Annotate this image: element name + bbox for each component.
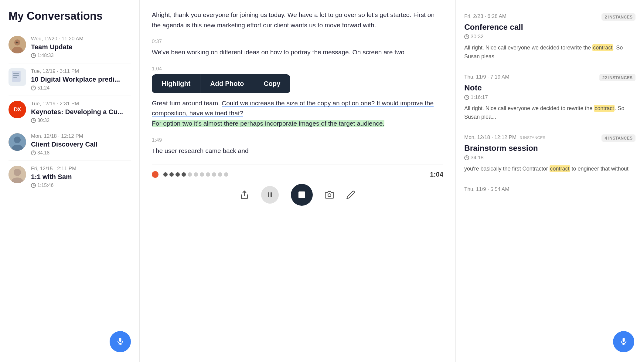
clock-icon bbox=[31, 183, 36, 188]
clock-icon bbox=[464, 155, 469, 160]
right-panel: Fri, 2/23 · 6:28 AM 2 INSTANCES Conferen… bbox=[456, 0, 644, 362]
svg-rect-8 bbox=[13, 77, 17, 77]
progress-time: 1:04 bbox=[430, 171, 443, 178]
result-snippet: All right. Nice call everyone we decided… bbox=[464, 43, 635, 61]
result-date: Mon, 12/18 · 12:12 PM 3 INSTANCES bbox=[464, 134, 545, 140]
search-result-item[interactable]: Thu, 11/9 · 5:54 AM bbox=[464, 180, 635, 201]
clock-icon bbox=[31, 53, 36, 58]
conversation-item[interactable]: DX Tue, 12/19 · 2:31 PM Keynotes: Develo… bbox=[9, 96, 131, 128]
instances-badge: 4 INSTANCES bbox=[601, 134, 635, 142]
result-date: Thu, 11/9 · 5:54 AM bbox=[464, 186, 509, 192]
svg-rect-6 bbox=[13, 73, 19, 74]
add-photo-button[interactable]: Add Photo bbox=[200, 74, 254, 93]
copy-button[interactable]: Copy bbox=[254, 74, 290, 93]
share-button[interactable] bbox=[240, 190, 249, 199]
stop-button[interactable] bbox=[291, 184, 313, 206]
progress-dot bbox=[169, 172, 174, 177]
edit-button[interactable] bbox=[346, 190, 355, 199]
conversation-item[interactable]: Mon, 12/18 · 12:12 PM Client Discovery C… bbox=[9, 128, 131, 161]
small-instances: 3 INSTANCES bbox=[520, 135, 545, 140]
keyword-highlight: contract bbox=[592, 44, 613, 51]
progress-dot bbox=[212, 172, 216, 177]
svg-point-13 bbox=[14, 169, 21, 176]
timestamp: 1:04 bbox=[152, 66, 443, 72]
share-icon bbox=[240, 190, 249, 199]
context-menu: Highlight Add Photo Copy bbox=[152, 74, 290, 93]
clock-icon bbox=[31, 86, 36, 90]
highlight-button[interactable]: Highlight bbox=[152, 74, 200, 93]
record-fab-button-right[interactable] bbox=[613, 331, 634, 352]
progress-dot bbox=[188, 172, 192, 177]
conv-info: Wed, 12/20 · 11:20 AM Team Update 1:48:3… bbox=[31, 36, 131, 58]
svg-rect-22 bbox=[623, 338, 625, 342]
svg-point-10 bbox=[14, 137, 21, 143]
keyword-highlight: contract bbox=[550, 165, 570, 172]
transcript-text: Alright, thank you everyone for joining … bbox=[152, 10, 443, 30]
transcript-block: Alright, thank you everyone for joining … bbox=[152, 10, 443, 30]
pause-icon bbox=[266, 191, 274, 198]
conv-duration: 51:24 bbox=[31, 85, 131, 91]
conv-title: 10 Digital Workplace predi... bbox=[31, 76, 131, 83]
conv-date: Fri, 12/15 · 2:11 PM bbox=[31, 166, 131, 172]
result-header: Thu, 11/9 · 5:54 AM bbox=[464, 186, 635, 192]
result-duration: 30:32 bbox=[464, 34, 635, 40]
search-result-item[interactable]: Mon, 12/18 · 12:12 PM 3 INSTANCES 4 INST… bbox=[464, 128, 635, 180]
camera-button[interactable] bbox=[325, 190, 334, 199]
clock-icon bbox=[31, 118, 36, 123]
avatar bbox=[9, 166, 26, 183]
result-header: Mon, 12/18 · 12:12 PM 3 INSTANCES 4 INST… bbox=[464, 134, 635, 142]
conv-date: Tue, 12/19 · 3:11 PM bbox=[31, 68, 131, 74]
instances-badge: 2 INSTANCES bbox=[601, 13, 635, 21]
svg-rect-20 bbox=[271, 192, 272, 197]
page-title: My Conversations bbox=[9, 10, 131, 22]
progress-section: 1:04 bbox=[152, 171, 443, 178]
clock-icon bbox=[464, 95, 469, 100]
conv-title: Client Discovery Call bbox=[31, 140, 131, 148]
edit-icon bbox=[346, 190, 355, 199]
microphone-icon bbox=[116, 337, 124, 347]
conv-date: Tue, 12/19 · 2:31 PM bbox=[31, 101, 131, 107]
result-title: Conference call bbox=[464, 22, 635, 32]
record-indicator bbox=[152, 171, 158, 178]
record-fab-button[interactable] bbox=[110, 331, 131, 352]
svg-rect-7 bbox=[13, 75, 19, 76]
middle-panel: Alright, thank you everyone for joining … bbox=[140, 0, 456, 362]
transcript-text: Great turn around team. Could we increas… bbox=[152, 98, 443, 129]
conversation-item[interactable]: Tue, 12/19 · 3:11 PM 10 Digital Workplac… bbox=[9, 63, 131, 96]
progress-dot bbox=[163, 172, 168, 177]
progress-dot bbox=[206, 172, 210, 177]
timestamp: 1:49 bbox=[152, 137, 443, 143]
result-snippet: you're basically the first Contractor co… bbox=[464, 164, 635, 173]
conv-duration: 30:32 bbox=[31, 118, 131, 123]
transcript-text: The user research came back and bbox=[152, 146, 443, 156]
conv-info: Fri, 12/15 · 2:11 PM 1:1 with Sam 1:15:4… bbox=[31, 166, 131, 188]
progress-dot bbox=[200, 172, 204, 177]
result-header: Thu, 11/9 · 7:19 AM 22 INSTANCES bbox=[464, 74, 635, 81]
conv-title: 1:1 with Sam bbox=[31, 173, 131, 181]
result-duration: 34:18 bbox=[464, 155, 635, 161]
transcript-block: 1:04 Highlight Add Photo Copy Great turn… bbox=[152, 66, 443, 129]
search-result-item[interactable]: Fri, 2/23 · 6:28 AM 2 INSTANCES Conferen… bbox=[464, 7, 635, 68]
progress-dot bbox=[182, 172, 186, 177]
clock-icon bbox=[31, 151, 36, 155]
svg-rect-15 bbox=[119, 338, 121, 342]
stop-icon bbox=[298, 191, 305, 198]
avatar: DX bbox=[9, 101, 26, 118]
conv-duration: 1:15:46 bbox=[31, 183, 131, 188]
pause-button[interactable] bbox=[261, 186, 279, 204]
conversation-item[interactable]: Wed, 12/20 · 11:20 AM Team Update 1:48:3… bbox=[9, 31, 131, 63]
avatar bbox=[9, 68, 26, 86]
conv-duration: 1:48:33 bbox=[31, 53, 131, 58]
search-result-item[interactable]: Thu, 11/9 · 7:19 AM 22 INSTANCES Note 1:… bbox=[464, 68, 635, 129]
result-date: Thu, 11/9 · 7:19 AM bbox=[464, 74, 509, 80]
conv-info: Mon, 12/18 · 12:12 PM Client Discovery C… bbox=[31, 133, 131, 156]
transcript-block: 0:37 We've been working on different ide… bbox=[152, 39, 443, 57]
conversation-item[interactable]: Fri, 12/15 · 2:11 PM 1:1 with Sam 1:15:4… bbox=[9, 161, 131, 193]
svg-point-21 bbox=[328, 194, 331, 197]
conv-date: Mon, 12/18 · 12:12 PM bbox=[31, 133, 131, 139]
timestamp: 0:37 bbox=[152, 39, 443, 45]
svg-rect-5 bbox=[12, 71, 21, 82]
result-snippet: All right. Nice call everyone we decided… bbox=[464, 104, 635, 122]
svg-rect-19 bbox=[268, 192, 269, 197]
conv-duration: 34:18 bbox=[31, 150, 131, 156]
